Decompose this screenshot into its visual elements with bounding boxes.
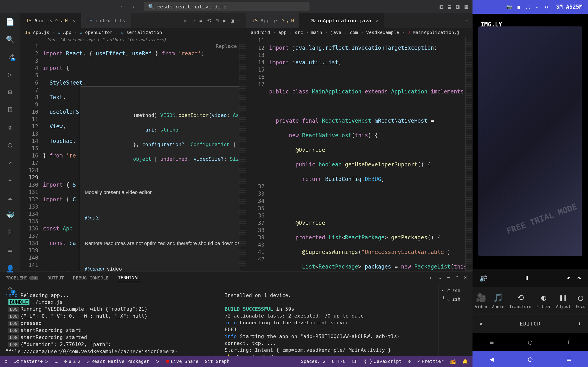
minimap-right[interactable] <box>466 37 472 271</box>
phone-screen[interactable]: IMG.LY FREE TRIAL MODE 🔊 ⏸ ↶ ↷ 🎥Video 🎵A… <box>473 14 588 351</box>
layout-customize-icon[interactable]: ▦ <box>465 3 468 10</box>
prettier-status[interactable]: ✓ Prettier <box>417 359 443 364</box>
back-icon[interactable]: ⟨ <box>567 338 571 346</box>
nav-forward-icon[interactable]: → <box>131 3 134 10</box>
terminal-tab-zsh-1[interactable]: ⌐ ▢ zsh <box>440 286 471 295</box>
close-icon[interactable]: × <box>376 18 379 24</box>
replace-hint[interactable]: Replace <box>216 43 237 50</box>
notifications-icon[interactable]: 🔔 <box>462 359 468 364</box>
layout-right-icon[interactable]: ◨ <box>456 3 459 10</box>
encoding-status[interactable]: UTF-8 <box>332 359 346 364</box>
layout-bottom-icon[interactable]: ⬓ <box>448 3 451 10</box>
docker-icon[interactable]: 🐳 <box>5 211 15 219</box>
panel-tab-debug-console[interactable]: DEBUG CONSOLE <box>73 274 109 282</box>
breadcrumb-right[interactable]: android› app› src› main› java› com› vesd… <box>246 28 472 37</box>
scrcpy-recents-icon[interactable]: ≡ <box>567 355 571 363</box>
play-icon[interactable]: ▶ <box>223 18 226 24</box>
more-panel-icon[interactable]: ⋯ <box>447 275 450 281</box>
terminal-pane-1[interactable]: info Reloading app... BUNDLE ./index.js … <box>0 284 219 356</box>
split-icon[interactable]: ◨ <box>231 18 234 24</box>
remote-indicator[interactable]: ⎋ <box>5 359 7 364</box>
volume-icon[interactable]: 🔊 <box>479 275 487 282</box>
tool-filter[interactable]: ◐Filter <box>536 293 551 309</box>
testing-icon[interactable]: ⚗ <box>5 123 15 131</box>
close-icon[interactable]: × <box>72 18 75 24</box>
live-share-icon[interactable]: ↗ <box>5 158 15 166</box>
revert-icon[interactable]: ↶ <box>192 18 195 24</box>
tab-app-js[interactable]: JS App.js 9+, M × <box>20 13 81 28</box>
run-icon[interactable]: ▷ <box>184 18 187 24</box>
eol-status[interactable]: LF <box>352 359 358 364</box>
tool-focus[interactable]: ◯Focu <box>576 293 586 309</box>
camera-icon[interactable]: 📷 <box>506 4 512 9</box>
spaces-status[interactable]: Spaces: 2 <box>301 359 326 364</box>
packager-status[interactable]: ▷ React Native Packager <box>87 359 149 364</box>
extensions-icon[interactable]: ⊞ <box>5 88 15 96</box>
breadcrumb-left[interactable]: JS App.js› ◇ App› ◇ openEditor› ◇ serial… <box>20 28 246 37</box>
tool-adjust[interactable]: ⫿⫿Adjust <box>556 293 571 309</box>
home-icon[interactable]: ○ <box>528 338 532 346</box>
code-lens[interactable]: You, 24 seconds ago | 2 authors (You and… <box>20 37 246 43</box>
split-terminal-icon[interactable]: ⌄ <box>439 275 441 281</box>
editor-export-icon[interactable]: ⬇ <box>578 321 581 327</box>
video-preview[interactable]: IMG.LY FREE TRIAL MODE <box>473 14 588 269</box>
tab-app-js-2[interactable]: JS App.js 9+, M <box>246 13 300 28</box>
remote-explorer-icon[interactable]: 🖥 <box>5 106 15 114</box>
nav-back-icon[interactable]: ← <box>121 3 124 10</box>
tool-transform[interactable]: ⟲Transform <box>509 293 532 309</box>
search-activity-icon[interactable]: 🔍 <box>5 35 15 43</box>
code-editor-right[interactable]: 11121314151617 3233343536373839404142 im… <box>246 37 472 271</box>
expand-icon[interactable]: ⤢ <box>536 4 540 9</box>
new-terminal-icon[interactable]: ＋ <box>428 275 433 281</box>
diff-icon[interactable]: ⊟ <box>216 18 219 24</box>
scrcpy-home-icon[interactable]: ○ <box>528 355 532 363</box>
more-icon[interactable]: ⋯ <box>465 18 467 24</box>
cloud-icon[interactable]: ☁ <box>5 193 15 201</box>
fullscreen-icon[interactable]: ⛶ <box>526 4 530 9</box>
git-graph-status[interactable]: Git Graph <box>205 359 229 364</box>
code-editor-left[interactable]: 1234567891011121314151617 12812913013113… <box>20 43 246 271</box>
close-panel-icon[interactable]: × <box>464 275 467 281</box>
layers-icon[interactable]: ≡ <box>5 246 15 254</box>
settings-icon[interactable]: ⚙ <box>545 4 548 9</box>
panel-tab-terminal[interactable]: TERMINAL <box>118 274 140 282</box>
sync-icon[interactable]: ⟳ <box>156 359 160 364</box>
video-record-icon[interactable]: ■ <box>518 4 520 9</box>
tool-audio[interactable]: 🎵Audio <box>492 293 504 309</box>
settings-gear-icon[interactable]: ⚙1 <box>5 283 15 293</box>
editor-close-icon[interactable]: ✕ <box>479 321 483 327</box>
branch-status[interactable]: ⎇ master*+ ⟳ <box>14 359 48 364</box>
maximize-panel-icon[interactable]: ⌃ <box>455 275 458 281</box>
gitlens-icon[interactable]: ✦ <box>5 176 15 184</box>
more-icon[interactable]: ⋯ <box>239 18 242 24</box>
panel-tab-output[interactable]: OUTPUT <box>47 274 64 282</box>
feedback-icon[interactable]: 📻 <box>450 359 456 364</box>
compare-icon[interactable]: ⇄ <box>199 18 202 24</box>
eslint-icon[interactable]: ⊘ <box>408 359 411 364</box>
terminal-tab-zsh-2[interactable]: └ ▢ zsh <box>440 295 471 303</box>
command-center-input[interactable]: 🔍 vesdk-react-native-demo <box>144 2 310 11</box>
pause-icon[interactable]: ⏸ <box>524 275 530 282</box>
minimap-left[interactable] <box>239 43 246 271</box>
tool-video[interactable]: 🎥Video <box>475 293 487 309</box>
cloud-sync-icon[interactable]: ☁ <box>55 359 58 364</box>
layout-left-icon[interactable]: ◧ <box>440 3 443 10</box>
problems-status[interactable]: ⊘ 8 ⚠ 2 <box>64 359 80 364</box>
debug-icon[interactable]: ▷ <box>5 70 15 78</box>
code-content-left[interactable]: import React, { useEffect, useRef } from… <box>43 43 239 271</box>
redo-icon[interactable]: ↷ <box>577 275 581 282</box>
panel-tab-problems[interactable]: PROBLEMS 10 <box>6 274 38 282</box>
terminal-pane-2[interactable]: Installed on 1 device. BUILD SUCCESSFUL … <box>219 284 438 356</box>
undo-icon[interactable]: ↶ <box>567 275 571 282</box>
tab-index-dts[interactable]: TS index.d.ts <box>81 13 131 28</box>
language-status[interactable]: { } JavaScript <box>364 359 402 364</box>
code-content-right[interactable]: import java.lang.reflect.InvocationTarge… <box>269 37 466 271</box>
recents-icon[interactable]: ≡ <box>490 338 494 346</box>
terminal[interactable]: info Reloading app... BUNDLE ./index.js … <box>0 284 473 356</box>
scrcpy-back-icon[interactable]: ◀ <box>489 355 494 363</box>
account-icon[interactable]: 👤 <box>5 264 15 274</box>
explorer-icon[interactable]: 📄 <box>5 18 15 26</box>
history-icon[interactable]: ⟲ <box>207 18 211 24</box>
github-icon[interactable]: ◯ <box>5 141 15 149</box>
tab-main-application[interactable]: J MainApplication.java × <box>300 13 384 28</box>
